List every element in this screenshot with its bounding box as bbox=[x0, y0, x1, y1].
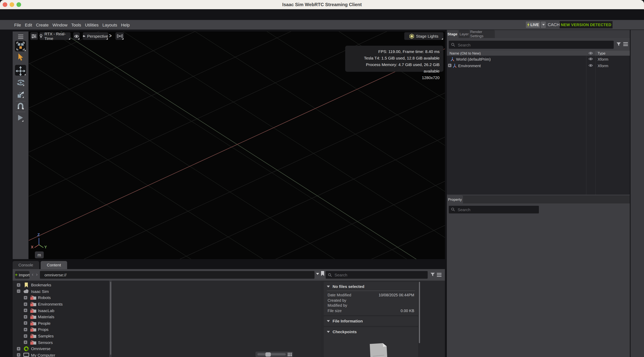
tree-label[interactable]: Samples bbox=[38, 333, 54, 338]
tree-label[interactable]: Materials bbox=[38, 314, 54, 319]
tree-item-bookmarks[interactable]: + Bookmarks bbox=[13, 282, 109, 288]
menu-utilities[interactable]: Utilities bbox=[85, 23, 98, 27]
options-menu-icon[interactable] bbox=[437, 273, 442, 277]
prim-name[interactable]: World (defaultPrim) bbox=[456, 57, 491, 61]
tree-item-isaaclab[interactable]: + IsaacLab bbox=[13, 307, 109, 314]
expand-icon[interactable]: + bbox=[24, 302, 27, 306]
options-menu-icon[interactable] bbox=[623, 42, 628, 46]
expand-icon[interactable]: + bbox=[24, 340, 27, 344]
tree-label[interactable]: Props bbox=[38, 327, 48, 332]
type-column-label[interactable]: Type bbox=[598, 51, 606, 55]
expand-icon[interactable]: + bbox=[24, 296, 27, 299]
selection-summary-header[interactable]: No files selected bbox=[324, 282, 418, 289]
renderer-button[interactable]: RTX - Real-Time bbox=[40, 32, 70, 40]
visibility-column-icon[interactable] bbox=[588, 52, 593, 55]
version-banner[interactable]: NEW VERSION DETECTED bbox=[560, 21, 612, 29]
tree-label[interactable]: People bbox=[38, 321, 50, 325]
viewport-settings-button[interactable] bbox=[30, 32, 38, 40]
expand-icon[interactable]: + bbox=[17, 353, 20, 357]
import-button[interactable]: + Import bbox=[15, 271, 30, 279]
live-dropdown[interactable] bbox=[541, 22, 546, 28]
menu-tools[interactable]: Tools bbox=[71, 23, 81, 27]
menu-layouts[interactable]: Layouts bbox=[102, 23, 117, 27]
expand-icon[interactable]: + bbox=[24, 334, 27, 338]
menu-create[interactable]: Create bbox=[36, 23, 48, 27]
tab-layer[interactable]: Layer bbox=[459, 30, 470, 38]
rotate-tool-button[interactable] bbox=[17, 79, 24, 86]
prim-name[interactable]: Environment bbox=[458, 63, 481, 68]
tree-label[interactable]: IsaacLab bbox=[38, 308, 54, 313]
property-search[interactable] bbox=[449, 206, 539, 213]
menu-help[interactable]: Help bbox=[121, 23, 130, 27]
back-icon[interactable]: ‹ bbox=[32, 272, 33, 277]
checkpoints-header[interactable]: Checkpoints bbox=[324, 327, 418, 334]
tree-item-environments[interactable]: + Environments bbox=[13, 301, 109, 307]
bookmark-icon[interactable] bbox=[321, 271, 324, 276]
grid-view-icon[interactable] bbox=[288, 352, 292, 356]
camera-button[interactable]: Perspective bbox=[83, 32, 108, 40]
viewport-canvas[interactable]: RTX - Real-Time Perspective > bbox=[28, 31, 445, 259]
name-column-label[interactable]: Name (Old to New) bbox=[450, 51, 481, 55]
tree-item-isaac-sim[interactable]: − Isaac Sim bbox=[13, 288, 109, 294]
move-tool-button[interactable] bbox=[15, 65, 26, 76]
tab-property[interactable]: Property bbox=[447, 195, 463, 203]
units-button[interactable]: m bbox=[35, 251, 44, 258]
expand-icon[interactable]: + bbox=[24, 315, 27, 319]
filter-icon[interactable] bbox=[430, 272, 435, 277]
stage-row-world[interactable]: World (defaultPrim) Xform bbox=[447, 56, 630, 62]
tree-label[interactable]: My Computer bbox=[31, 353, 55, 357]
menu-file[interactable]: File bbox=[14, 23, 21, 27]
collapse-icon[interactable]: − bbox=[17, 290, 20, 293]
path-input[interactable] bbox=[40, 272, 314, 277]
tree-label[interactable]: Omniverse bbox=[31, 346, 51, 351]
tree-item-props[interactable]: + Props bbox=[13, 326, 109, 333]
toolbar-grip-icon[interactable] bbox=[18, 34, 23, 40]
tab-stage[interactable]: Stage bbox=[447, 30, 458, 38]
scale-tool-button[interactable] bbox=[17, 91, 24, 98]
axis-gizmo[interactable]: Z X Y bbox=[32, 231, 55, 249]
file-information-header[interactable]: File Information bbox=[324, 316, 418, 323]
tree-item-samples[interactable]: + Samples bbox=[13, 333, 109, 339]
snap-tool-button[interactable] bbox=[17, 102, 24, 110]
tree-item-people[interactable]: + People bbox=[13, 320, 109, 326]
tree-label[interactable]: Robots bbox=[38, 295, 51, 300]
menu-window[interactable]: Window bbox=[52, 23, 67, 27]
stage-row-environment[interactable]: + Environment Xform bbox=[447, 62, 630, 69]
property-search-input[interactable] bbox=[457, 207, 536, 212]
forward-icon[interactable]: › bbox=[36, 272, 38, 277]
expand-icon[interactable]: + bbox=[448, 64, 451, 67]
details-scrollbar[interactable] bbox=[418, 282, 420, 356]
filter-icon[interactable] bbox=[616, 42, 621, 46]
expand-icon[interactable]: + bbox=[24, 321, 27, 325]
tree-item-my-computer[interactable]: + My Computer bbox=[13, 352, 109, 357]
path-bar[interactable] bbox=[40, 271, 314, 279]
thumbnail-slider-track[interactable] bbox=[257, 353, 286, 355]
tree-item-materials[interactable]: + Materials bbox=[13, 314, 109, 320]
stage-column-header[interactable]: Name (Old to New) Type bbox=[447, 51, 630, 56]
eye-icon[interactable] bbox=[588, 64, 593, 67]
tab-content[interactable]: Content bbox=[41, 261, 67, 269]
expand-icon[interactable]: + bbox=[24, 328, 27, 331]
tab-console[interactable]: Console bbox=[13, 261, 39, 269]
file-list-area[interactable] bbox=[112, 281, 322, 357]
broadcast-button[interactable] bbox=[116, 32, 124, 40]
play-button[interactable] bbox=[17, 113, 24, 122]
expand-icon[interactable]: + bbox=[17, 347, 20, 350]
menu-edit[interactable]: Edit bbox=[25, 23, 32, 27]
select-tool-button[interactable] bbox=[18, 53, 24, 61]
content-search-input[interactable] bbox=[334, 272, 425, 277]
tab-render-settings[interactable]: Render Settings bbox=[470, 30, 495, 38]
expand-icon[interactable]: + bbox=[17, 283, 20, 287]
tree-item-robots[interactable]: + Robots bbox=[13, 294, 109, 301]
tree-scrollbar[interactable] bbox=[109, 281, 112, 357]
stage-lights-button[interactable]: Stage Lights bbox=[404, 32, 443, 40]
stage-search[interactable] bbox=[449, 41, 614, 49]
thumbnail-slider-thumb[interactable] bbox=[266, 352, 271, 356]
tree-label[interactable]: Bookmarks bbox=[31, 283, 51, 287]
path-dropdown-icon[interactable] bbox=[316, 273, 319, 275]
stage-search-input[interactable] bbox=[457, 42, 612, 47]
selection-mode-button[interactable] bbox=[15, 41, 26, 52]
tree-item-sensors[interactable]: + Sensors bbox=[13, 339, 109, 345]
live-button[interactable]: LIVE bbox=[526, 22, 540, 28]
content-search[interactable] bbox=[326, 271, 428, 279]
